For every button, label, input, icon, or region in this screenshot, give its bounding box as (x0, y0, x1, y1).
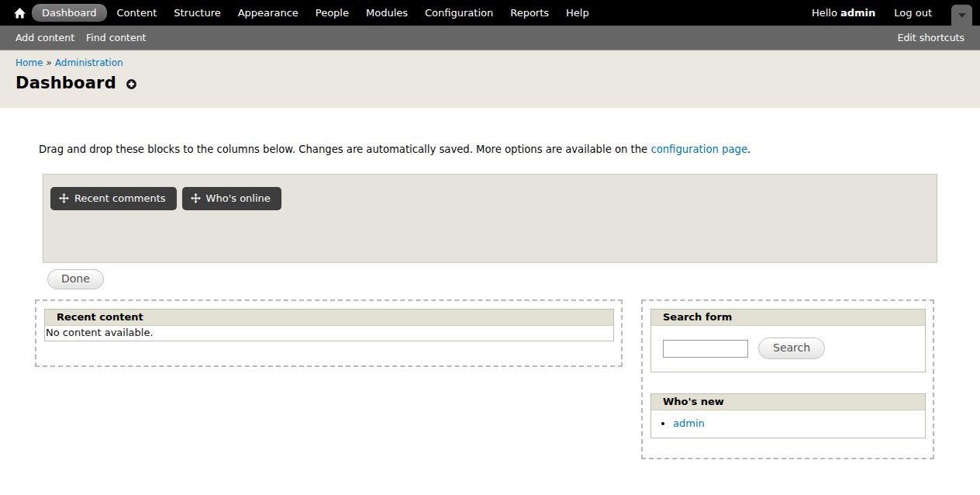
breadcrumb-separator: » (46, 57, 51, 68)
search-input[interactable] (663, 340, 748, 358)
whos-new-block[interactable]: Who's new admin (650, 393, 926, 438)
toolbar-item-dashboard[interactable]: Dashboard (32, 4, 107, 22)
username: admin (840, 7, 875, 19)
move-icon (191, 193, 201, 203)
list-item: admin (673, 417, 925, 429)
toolbar-item-help[interactable]: Help (557, 3, 598, 22)
edit-shortcuts-link[interactable]: Edit shortcuts (897, 32, 964, 43)
user-link-admin[interactable]: admin (673, 417, 705, 429)
drag-block-label: Recent comments (74, 192, 166, 204)
breadcrumb-administration-link[interactable]: Administration (55, 57, 123, 68)
page-header: Home»Administration Dashboard (0, 50, 980, 108)
toolbar-item-appearance[interactable]: Appearance (229, 3, 307, 22)
admin-toolbar: Dashboard Content Structure Appearance P… (0, 0, 980, 26)
shortcut-add-content[interactable]: Add content (16, 32, 74, 43)
toolbar-item-configuration[interactable]: Configuration (416, 3, 502, 22)
user-greeting: Hello admin (812, 7, 875, 19)
shortcuts-bar: Add content Find content Edit shortcuts (0, 26, 980, 50)
search-form-block[interactable]: Search form Search (650, 309, 926, 372)
recent-content-block[interactable]: Recent content No content available. (44, 309, 614, 341)
dashboard-sidebar-region[interactable]: Search form Search Who's new admin (641, 299, 934, 459)
drag-block-whos-online[interactable]: Who's online (182, 187, 281, 210)
toolbar-item-structure[interactable]: Structure (165, 3, 229, 22)
circle-plus-icon[interactable] (126, 79, 136, 89)
move-icon (59, 193, 69, 203)
toolbar-item-modules[interactable]: Modules (357, 3, 416, 22)
page-title: Dashboard (16, 74, 116, 92)
drag-block-recent-comments[interactable]: Recent comments (50, 187, 177, 210)
whos-new-user-list: admin (651, 417, 925, 429)
chevron-down-icon (958, 13, 966, 18)
drag-block-label: Who's online (206, 192, 271, 204)
recent-content-empty-text: No content available. (45, 326, 613, 341)
toolbar-item-content[interactable]: Content (109, 3, 166, 22)
intro-text: Drag and drop these blocks to the column… (39, 144, 980, 155)
breadcrumb-home-link[interactable]: Home (16, 57, 43, 68)
dashboard-drag-dropzone[interactable]: Recent comments Who's online (43, 174, 937, 263)
toolbar-toggle-button[interactable] (951, 5, 972, 26)
dashboard-main-region[interactable]: Recent content No content available. (35, 299, 623, 367)
toolbar-item-reports[interactable]: Reports (502, 3, 557, 22)
breadcrumb: Home»Administration (16, 57, 980, 68)
toolbar-item-people[interactable]: People (307, 3, 357, 22)
block-title-search-form: Search form (651, 310, 925, 326)
shortcut-find-content[interactable]: Find content (86, 32, 146, 43)
configuration-page-link[interactable]: configuration page (650, 144, 747, 155)
logout-link[interactable]: Log out (894, 7, 932, 19)
block-title-whos-new: Who's new (651, 394, 925, 410)
done-button[interactable]: Done (47, 269, 104, 289)
search-button[interactable]: Search (758, 338, 825, 359)
block-title-recent-content: Recent content (45, 310, 613, 326)
home-icon[interactable] (11, 8, 32, 19)
